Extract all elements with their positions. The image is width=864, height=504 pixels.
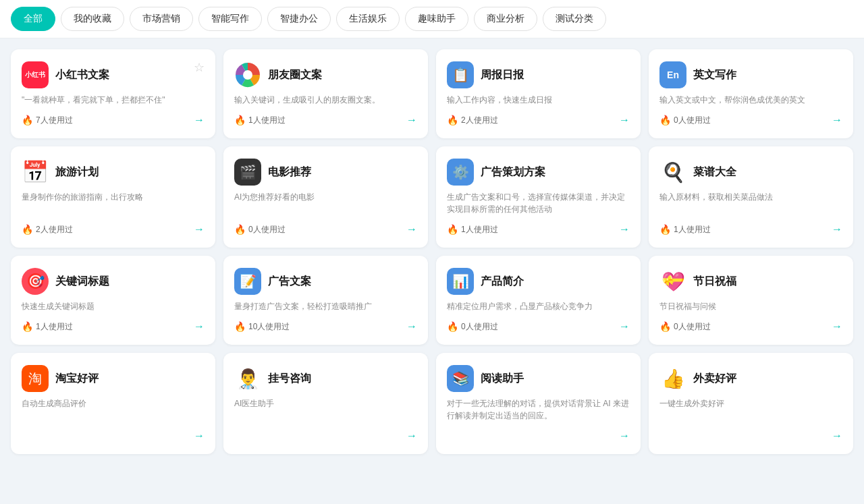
card-pengyouquan[interactable]: 朋友圈文案输入关键词，生成吸引人的朋友圈文案。🔥 1人使用过→ (223, 49, 428, 138)
card-header-guanggao_ce: ⚙️广告策划方案 (447, 159, 630, 186)
card-footer-yuedu: → (447, 430, 630, 442)
fire-icon: 🔥 (659, 115, 671, 125)
pengyouquan-icon (234, 61, 261, 88)
nav-btn-1[interactable]: 我的收藏 (61, 7, 124, 31)
card-usage-caipu: 🔥 1人使用过 (659, 224, 711, 235)
arrow-icon-yingwen[interactable]: → (832, 114, 842, 126)
card-desc-jieri: 节日祝福与问候 (659, 300, 842, 312)
arrow-icon-guanggao_wc[interactable]: → (406, 320, 417, 333)
card-guahao[interactable]: 👨‍⚕️挂号咨询AI医生助手→ (223, 353, 428, 454)
card-header-chanpin: 📊产品简介 (447, 268, 630, 295)
guanggao_ce-icon: ⚙️ (447, 159, 474, 186)
nav-btn-5[interactable]: 生活娱乐 (336, 7, 400, 31)
fire-icon: 🔥 (22, 321, 33, 332)
nav-btn-6[interactable]: 趣味助手 (405, 7, 468, 31)
card-desc-xiaohongshu: "一看就种草，看完就下单，拦都拦不住" (22, 94, 205, 106)
card-header-guanjianci: 🎯关键词标题 (22, 268, 205, 295)
nav-btn-2[interactable]: 市场营销 (130, 7, 193, 31)
card-usage-yingwen: 🔥 0人使用过 (659, 115, 711, 126)
card-lvyou[interactable]: 📅旅游计划量身制作你的旅游指南，出行攻略🔥 2人使用过→ (11, 146, 215, 248)
card-title-waimai: 外卖好评 (693, 372, 736, 386)
card-header-taobao: 淘淘宝好评 (22, 365, 205, 392)
card-header-lvyou: 📅旅游计划 (22, 159, 205, 186)
card-header-dianying: 🎬电影推荐 (234, 159, 417, 186)
card-header-guanggao_wc: 📝广告文案 (234, 268, 417, 295)
card-taobao[interactable]: 淘淘宝好评自动生成商品评价→ (11, 353, 215, 454)
nav-btn-7[interactable]: 商业分析 (474, 7, 537, 31)
card-yingwen[interactable]: En英文写作输入英文或中文，帮你润色成优美的英文🔥 0人使用过→ (649, 49, 853, 138)
card-desc-pengyouquan: 输入关键词，生成吸引人的朋友圈文案。 (234, 94, 417, 106)
card-footer-zhoubao: 🔥 2人使用过→ (447, 114, 630, 126)
fire-icon: 🔥 (659, 321, 671, 332)
arrow-icon-caipu[interactable]: → (832, 223, 842, 235)
arrow-icon-waimai[interactable]: → (832, 430, 842, 442)
card-usage-xiaohongshu: 🔥 7人使用过 (22, 115, 73, 126)
card-guanggao_wc[interactable]: 📝广告文案量身打造广告文案，轻松打造吸睛推广🔥 10人使用过→ (223, 256, 428, 345)
card-usage-zhoubao: 🔥 2人使用过 (447, 115, 498, 126)
chanpin-icon: 📊 (447, 268, 474, 295)
card-yuedu[interactable]: 📚阅读助手对于一些无法理解的对话，提供对话背景让 AI 来进行解读并制定出适当的… (436, 353, 641, 454)
arrow-icon-zhoubao[interactable]: → (619, 114, 630, 126)
card-header-caipu: 🍳菜谱大全 (659, 159, 842, 186)
card-desc-taobao: 自动生成商品评价 (22, 397, 205, 422)
arrow-icon-guahao[interactable]: → (406, 430, 417, 442)
card-usage-guanjianci: 🔥 1人使用过 (22, 321, 73, 333)
card-dianying[interactable]: 🎬电影推荐AI为您推荐好看的电影🔥 0人使用过→ (223, 146, 428, 248)
arrow-icon-lvyou[interactable]: → (194, 223, 205, 235)
card-usage-jieri: 🔥 0人使用过 (659, 321, 711, 333)
card-desc-guanggao_ce: 生成广告文案和口号，选择宣传媒体渠道，并决定实现目标所需的任何其他活动 (447, 191, 630, 215)
nav-btn-8[interactable]: 测试分类 (543, 7, 606, 31)
card-desc-yuedu: 对于一些无法理解的对话，提供对话背景让 AI 来进行解读并制定出适当的回应。 (447, 397, 630, 422)
caipu-icon: 🍳 (659, 159, 686, 186)
card-footer-guanggao_wc: 🔥 10人使用过→ (234, 320, 417, 333)
nav-btn-0[interactable]: 全部 (11, 7, 55, 31)
card-header-yuedu: 📚阅读助手 (447, 365, 630, 392)
card-desc-dianying: AI为您推荐好看的电影 (234, 191, 417, 215)
card-footer-waimai: → (659, 430, 842, 442)
arrow-icon-pengyouquan[interactable]: → (406, 114, 417, 126)
card-footer-caipu: 🔥 1人使用过→ (659, 223, 842, 235)
zhoubao-icon: 📋 (447, 61, 474, 88)
arrow-icon-yuedu[interactable]: → (619, 430, 630, 442)
card-usage-dianying: 🔥 0人使用过 (234, 224, 286, 235)
star-icon-xiaohongshu[interactable]: ☆ (194, 60, 205, 75)
card-caipu[interactable]: 🍳菜谱大全输入原材料，获取相关菜品做法🔥 1人使用过→ (649, 146, 853, 248)
card-title-xiaohongshu: 小红书文案 (55, 68, 109, 82)
arrow-icon-guanjianci[interactable]: → (194, 320, 205, 333)
card-usage-guanggao_wc: 🔥 10人使用过 (234, 321, 290, 333)
nav-btn-3[interactable]: 智能写作 (198, 7, 262, 31)
card-footer-guahao: → (234, 430, 417, 442)
arrow-icon-dianying[interactable]: → (406, 223, 417, 235)
card-guanggao_ce[interactable]: ⚙️广告策划方案生成广告文案和口号，选择宣传媒体渠道，并决定实现目标所需的任何其… (436, 146, 641, 248)
card-title-taobao: 淘宝好评 (55, 372, 99, 386)
fire-icon: 🔥 (234, 115, 246, 125)
card-footer-pengyouquan: 🔥 1人使用过→ (234, 114, 417, 126)
card-waimai[interactable]: 👍外卖好评一键生成外卖好评→ (649, 353, 853, 454)
arrow-icon-chanpin[interactable]: → (619, 320, 630, 333)
card-desc-guanjianci: 快速生成关键词标题 (22, 300, 205, 312)
arrow-icon-guanggao_ce[interactable]: → (619, 223, 630, 235)
card-title-yingwen: 英文写作 (693, 68, 736, 82)
waimai-icon: 👍 (659, 365, 686, 392)
arrow-icon-xiaohongshu[interactable]: → (194, 114, 205, 126)
card-usage-pengyouquan: 🔥 1人使用过 (234, 115, 286, 126)
card-title-zhoubao: 周报日报 (481, 68, 524, 82)
fire-icon: 🔥 (447, 321, 458, 332)
card-jieri[interactable]: 💝节日祝福节日祝福与问候🔥 0人使用过→ (649, 256, 853, 345)
fire-icon: 🔥 (22, 224, 33, 235)
card-footer-chanpin: 🔥 0人使用过→ (447, 320, 630, 333)
nav-btn-4[interactable]: 智捷办公 (267, 7, 331, 31)
card-guanjianci[interactable]: 🎯关键词标题快速生成关键词标题🔥 1人使用过→ (11, 256, 215, 345)
card-xiaohongshu[interactable]: 小红书小红书文案☆"一看就种草，看完就下单，拦都拦不住"🔥 7人使用过→ (11, 49, 215, 138)
card-title-guanggao_ce: 广告策划方案 (481, 165, 545, 179)
arrow-icon-taobao[interactable]: → (194, 430, 205, 442)
yingwen-icon: En (659, 61, 686, 88)
card-chanpin[interactable]: 📊产品简介精准定位用户需求，凸显产品核心竞争力🔥 0人使用过→ (436, 256, 641, 345)
card-footer-jieri: 🔥 0人使用过→ (659, 320, 842, 333)
card-desc-caipu: 输入原材料，获取相关菜品做法 (659, 191, 842, 215)
card-desc-yingwen: 输入英文或中文，帮你润色成优美的英文 (659, 94, 842, 106)
guanjianci-icon: 🎯 (22, 268, 49, 295)
arrow-icon-jieri[interactable]: → (832, 320, 842, 333)
card-zhoubao[interactable]: 📋周报日报输入工作内容，快速生成日报🔥 2人使用过→ (436, 49, 641, 138)
guanggao_wc-icon: 📝 (234, 268, 261, 295)
